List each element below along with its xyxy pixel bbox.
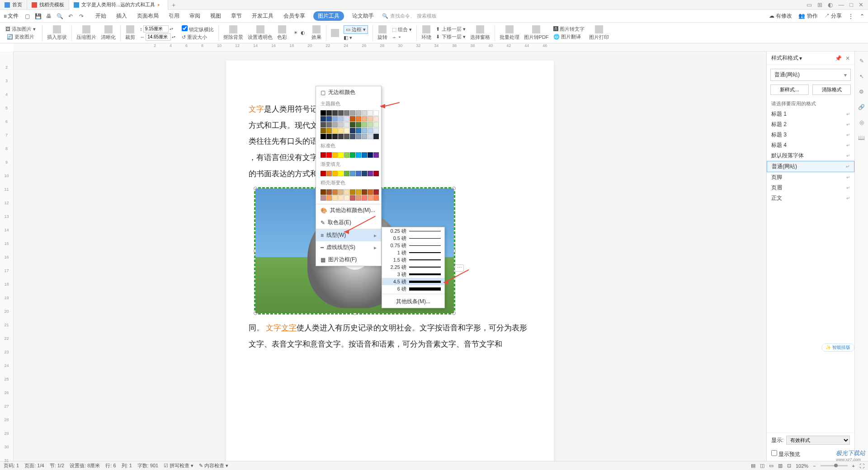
save-icon[interactable]: 💾 — [34, 12, 42, 20]
menu-dev[interactable]: 开发工具 — [250, 11, 275, 21]
color-swatch[interactable] — [338, 195, 344, 201]
new-style-button[interactable]: 新样式... — [770, 85, 809, 95]
color-swatch[interactable] — [326, 122, 332, 127]
file-menu[interactable]: ≡ 文件 — [4, 12, 19, 20]
color-swatch[interactable] — [368, 189, 373, 195]
sharpen-button[interactable]: 清晰化 — [101, 25, 116, 41]
view-outline-icon[interactable]: ◫ — [760, 463, 764, 469]
layout-icon[interactable]: ▭ — [807, 1, 812, 8]
translate-button[interactable]: 🌐 图片翻译 — [553, 33, 585, 40]
panel-close-icon[interactable]: ✕ — [845, 55, 850, 61]
fit-icon[interactable]: ⊡ — [787, 463, 791, 469]
menu-view[interactable]: 视图 — [208, 11, 223, 21]
color-swatch[interactable] — [326, 195, 332, 201]
color-swatch[interactable] — [338, 128, 344, 133]
zoom-in-icon[interactable]: + — [852, 463, 855, 469]
pin-icon[interactable]: 📌 — [835, 55, 842, 61]
width-input[interactable] — [146, 33, 171, 41]
status-spell[interactable]: ☑ 拼写检查 ▾ — [164, 462, 193, 469]
tab-templates[interactable]: 找稻壳模板 — [27, 0, 69, 10]
color-swatch[interactable] — [344, 134, 349, 139]
color-swatch[interactable] — [373, 110, 379, 116]
preview-icon[interactable]: 🔍 — [56, 12, 64, 20]
color-swatch[interactable] — [368, 128, 373, 133]
tab-add-button[interactable]: + — [168, 1, 179, 9]
color-swatch[interactable] — [368, 122, 373, 127]
command-search[interactable]: 🔍 查找命令、 搜索模板 — [382, 13, 437, 19]
more-lines-item[interactable]: 其他线条(M)... — [382, 296, 444, 308]
color-swatch[interactable] — [350, 110, 355, 116]
color-swatch[interactable] — [373, 116, 379, 122]
style-item[interactable]: 标题 1↵ — [767, 109, 854, 119]
color-swatch[interactable] — [362, 189, 367, 195]
more-icon[interactable]: ⋮ — [848, 13, 854, 19]
to-pdf-button[interactable]: 图片转PDF — [524, 25, 549, 41]
color-swatch[interactable] — [338, 110, 344, 116]
weight-option[interactable]: 1 磅 — [382, 249, 444, 256]
color-swatch[interactable] — [344, 116, 349, 122]
print-icon[interactable]: 🖶 — [45, 12, 53, 20]
pic-border-item[interactable]: ▦图片边框(F) — [316, 254, 381, 266]
color-swatch[interactable] — [344, 128, 349, 133]
color-swatch[interactable] — [362, 134, 367, 139]
color-swatch[interactable] — [344, 152, 349, 158]
cursor-icon[interactable]: ↖ — [858, 72, 866, 80]
style-item[interactable]: 标题 3↵ — [767, 130, 854, 140]
status-page[interactable]: 页码: 1 — [4, 462, 19, 469]
change-image-button[interactable]: 🔄 更改图片 — [7, 33, 34, 40]
show-filter-select[interactable]: 有效样式 — [786, 436, 850, 445]
down-layer-button[interactable]: ⬇ 下移一层 ▾ — [436, 33, 465, 40]
color-swatch[interactable] — [350, 195, 355, 201]
color-swatch[interactable] — [326, 152, 332, 158]
menu-paper[interactable]: 论文助手 — [350, 11, 376, 21]
color-swatch[interactable] — [321, 171, 326, 176]
color-swatch[interactable] — [326, 110, 332, 116]
menu-start[interactable]: 开始 — [94, 11, 108, 21]
collapse-icon[interactable]: ⌃ — [860, 13, 864, 19]
style-item[interactable]: 标题 4↵ — [767, 140, 854, 150]
up-layer-button[interactable]: ⬆ 上移一层 ▾ — [436, 26, 465, 33]
color-swatch[interactable] — [332, 171, 338, 176]
image-options-icon[interactable]: ⋯ — [455, 264, 464, 272]
color-swatch[interactable] — [321, 195, 326, 201]
color-swatch[interactable] — [362, 152, 367, 158]
book-icon[interactable]: 📖 — [858, 134, 866, 142]
color-swatch[interactable] — [321, 116, 326, 122]
color-swatch[interactable] — [350, 189, 355, 195]
height-spinner[interactable]: ▴▾ — [170, 27, 175, 31]
weight-option[interactable]: 0.25 磅 — [382, 227, 444, 235]
wrap-button[interactable]: 环绕 — [421, 25, 431, 41]
menu-chapter[interactable]: 章节 — [229, 11, 244, 21]
reset-size-button[interactable]: ↺ 重设大小 — [182, 34, 214, 41]
zoom-slider[interactable] — [821, 465, 848, 466]
color-swatch[interactable] — [368, 195, 373, 201]
color-swatch[interactable] — [326, 189, 332, 195]
tab-document[interactable]: 文字是人类用符...远的方式和工具• — [69, 0, 168, 10]
weight-option[interactable]: 0.75 磅 — [382, 242, 444, 249]
collab-button[interactable]: 👥 协作 — [798, 12, 817, 20]
dash-type-item[interactable]: ┅虚线线型(S)▸ — [316, 241, 381, 254]
color-swatch[interactable] — [344, 122, 349, 127]
crop-button[interactable]: 裁剪 — [125, 25, 135, 41]
color-swatch[interactable] — [362, 110, 367, 116]
color-swatch[interactable] — [321, 110, 326, 116]
status-content[interactable]: ✎ 内容检查 ▾ — [199, 462, 228, 469]
clear-format-button[interactable]: 清除格式 — [812, 85, 851, 95]
color-swatch[interactable] — [368, 171, 373, 176]
combine-button[interactable]: ⬚ 组合 ▾ — [392, 26, 412, 33]
style-item[interactable]: 普通(网站)↵ — [767, 161, 854, 172]
border-button[interactable]: ▭ 边框 ▾ — [344, 25, 368, 34]
style-item[interactable]: 正文↵ — [767, 193, 854, 203]
color-swatch[interactable] — [344, 189, 349, 195]
color-swatch[interactable] — [326, 134, 332, 139]
changes-button[interactable]: ☁ 有修改 — [769, 12, 792, 20]
zoom-out-icon[interactable]: − — [813, 463, 816, 469]
width-spinner[interactable]: ▴▾ — [172, 35, 177, 39]
minimize-icon[interactable]: — — [838, 1, 844, 8]
color-swatch[interactable] — [356, 171, 361, 176]
menu-ref[interactable]: 引用 — [167, 11, 181, 21]
color-swatch[interactable] — [356, 152, 361, 158]
color-swatch[interactable] — [350, 134, 355, 139]
zoom-value[interactable]: 102% — [796, 463, 808, 469]
color-swatch[interactable] — [344, 171, 349, 176]
